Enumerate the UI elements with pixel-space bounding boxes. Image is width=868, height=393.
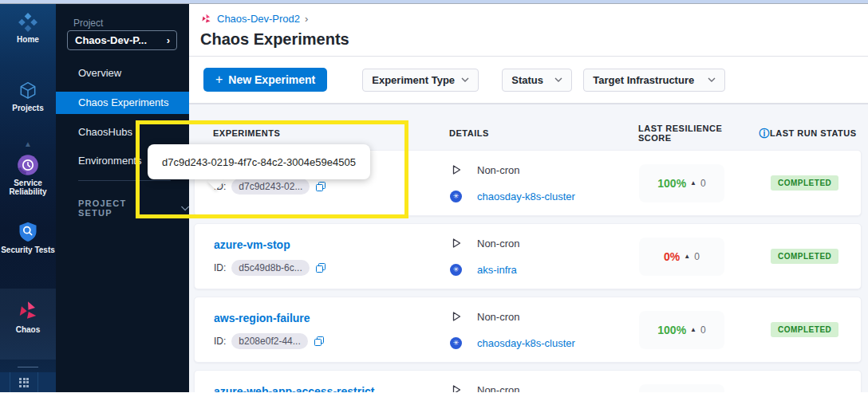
score-value: 100% — [657, 177, 686, 190]
score-delta: 0 — [700, 324, 706, 336]
play-icon — [450, 164, 462, 175]
status-badge: COMPLETED — [771, 175, 838, 191]
chevron-down-icon — [181, 206, 189, 211]
sidebar-item-label: Projects — [0, 104, 56, 112]
new-experiment-label: New Experiment — [228, 73, 315, 86]
info-icon[interactable]: ⓘ — [760, 128, 771, 139]
sidebar-item-service-reliability[interactable]: Service Reliability — [0, 154, 56, 196]
kubernetes-infra-icon: ✳ — [450, 191, 462, 202]
trend-up-icon: ▲ — [690, 326, 696, 333]
chevron-right-icon: › — [167, 34, 170, 46]
sidebar-divider — [78, 180, 171, 181]
resilience-score-card: 100% ▲ 0 — [639, 311, 724, 349]
experiment-id-chip[interactable]: d5c49d8b-6c... — [231, 260, 309, 276]
scroll-up-icon[interactable]: ▲ — [0, 140, 56, 148]
trend-up-icon: ▲ — [690, 179, 696, 187]
project-sidebar: Project Chaos-Dev-P... › Overview Chaos … — [56, 4, 189, 392]
chevron-down-icon — [461, 77, 469, 82]
experiment-id-chip[interactable]: b208e0f2-44... — [231, 333, 307, 349]
schedule-type: Non-cron — [477, 384, 519, 393]
score-value: 100% — [657, 324, 686, 336]
sidebar-item-label: Home — [0, 35, 56, 44]
filter-label: Experiment Type — [372, 74, 455, 86]
sidebar-item-projects[interactable]: Projects — [0, 81, 56, 112]
schedule-type: Non-cron — [477, 311, 519, 323]
status-badge: COMPLETED — [771, 249, 838, 264]
sidebar-item-chaos[interactable]: Chaos — [0, 299, 56, 334]
project-setup-label: PROJECT SETUP — [78, 198, 151, 218]
app-shell: Home Projects ▲ Service Reliabilit — [0, 4, 868, 392]
id-label: ID: — [214, 336, 226, 347]
page-title: Chaos Experiments — [200, 30, 868, 49]
infrastructure-link[interactable]: aks-infra — [477, 264, 517, 276]
chevron-down-icon — [708, 77, 716, 82]
project-selector[interactable]: Chaos-Dev-P... › — [67, 30, 177, 50]
sidebar-item-label: Service Reliability — [0, 179, 56, 196]
page-header: Chaos-Dev-Prod2 › Chaos Experiments — [189, 4, 868, 57]
experiment-name-link[interactable]: azure-web-app-access-restrict — [214, 383, 450, 393]
infrastructure-link[interactable]: chaosday-k8s-cluster — [477, 191, 575, 202]
security-tests-shield-icon — [0, 221, 56, 243]
experiment-id-tooltip: d7c9d243-0219-4f7c-84c2-3004e59e4505 — [148, 144, 370, 179]
sidebar-item-security-tests[interactable]: Security Tests — [0, 221, 56, 254]
infrastructure-link[interactable]: chaosday-k8s-cluster — [477, 337, 575, 349]
column-header-experiments: EXPERIMENTS — [213, 128, 449, 138]
score-value: 0% — [664, 250, 680, 263]
toolbar: + New Experiment Experiment Type Status … — [189, 57, 868, 104]
filter-label: Status — [511, 74, 543, 86]
sidebar-item-overview[interactable]: Overview — [56, 62, 189, 84]
target-infrastructure-filter[interactable]: Target Infrastructure — [583, 69, 725, 92]
bottom-bar-cell — [0, 372, 10, 392]
breadcrumb: Chaos-Dev-Prod2 › — [200, 13, 868, 25]
main-content: Chaos-Dev-Prod2 › Chaos Experiments + Ne… — [189, 4, 868, 392]
score-delta: 0 — [700, 178, 706, 189]
status-filter[interactable]: Status — [502, 69, 572, 92]
id-label: ID: — [214, 262, 226, 273]
grid-icon — [19, 378, 29, 387]
sidebar-item-chaos-experiments[interactable]: Chaos Experiments — [56, 92, 189, 114]
breadcrumb-chevron-icon: › — [305, 13, 308, 25]
schedule-type: Non-cron — [477, 164, 519, 176]
filter-label: Target Infrastructure — [593, 74, 694, 86]
chevron-down-icon — [554, 77, 562, 82]
chaos-icon — [0, 299, 56, 323]
new-experiment-button[interactable]: + New Experiment — [203, 68, 327, 92]
table-row[interactable]: azure-web-app-access-restrict Non-cron — [194, 370, 862, 392]
sidebar-item-label: Security Tests — [0, 246, 56, 254]
table-row[interactable]: azure-vm-stop ID: d5c49d8b-6c... — [194, 223, 862, 289]
status-badge: COMPLETED — [771, 322, 838, 337]
sidebar-item-home[interactable]: Home — [0, 12, 56, 44]
sidebar-bottom-bar — [0, 372, 56, 392]
column-header-resilience-score: LAST RESILIENCE SCORE ⓘ — [638, 124, 770, 143]
sidebar-divider — [18, 367, 38, 367]
projects-cube-icon — [0, 81, 56, 101]
experiment-type-filter[interactable]: Experiment Type — [362, 69, 479, 92]
chaos-breadcrumb-icon — [200, 13, 212, 25]
home-icon — [0, 12, 56, 33]
copy-icon[interactable] — [314, 336, 325, 347]
copy-icon[interactable] — [315, 262, 326, 273]
bottom-bar-cell — [38, 372, 56, 392]
experiment-name-link[interactable]: aws-region-failure — [214, 310, 450, 326]
project-selector-value: Chaos-Dev-P... — [75, 34, 147, 46]
project-setup-toggle[interactable]: PROJECT SETUP — [78, 198, 189, 218]
sidebar-item-label: Chaos — [0, 325, 56, 334]
schedule-type: Non-cron — [477, 238, 519, 250]
sidebar-item-chaoshubs[interactable]: ChaosHubs — [56, 121, 189, 143]
project-label: Project — [73, 18, 103, 29]
plus-icon: + — [215, 73, 223, 86]
resilience-score-card: 100% ▲ 0 — [639, 164, 724, 202]
copy-icon[interactable] — [315, 181, 326, 192]
resilience-score-card: 0% ▲ 0 — [639, 238, 724, 276]
kubernetes-infra-icon: ✳ — [450, 264, 462, 276]
module-picker-button[interactable] — [10, 372, 38, 392]
experiment-id-chip[interactable]: d7c9d243-02... — [231, 179, 310, 195]
breadcrumb-project-link[interactable]: Chaos-Dev-Prod2 — [217, 13, 300, 25]
resilience-score-card — [639, 384, 724, 393]
table-row[interactable]: aws-region-failure ID: b208e0f2-44... — [194, 297, 862, 363]
experiment-name-link[interactable]: azure-vm-stop — [214, 237, 450, 253]
play-icon — [450, 311, 462, 322]
score-delta: 0 — [694, 251, 700, 262]
column-header-details: DETAILS — [449, 128, 638, 138]
kubernetes-infra-icon: ✳ — [450, 337, 462, 349]
